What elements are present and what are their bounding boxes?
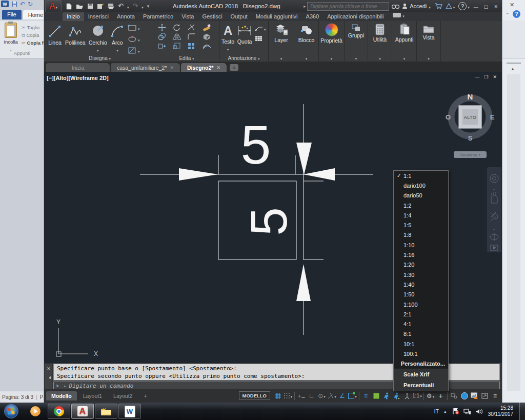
scale-option-dario50[interactable]: dario50	[394, 191, 448, 201]
ortho-button[interactable]: ∟	[307, 391, 316, 401]
a360-share-icon[interactable]	[446, 3, 452, 9]
acad-app-menu[interactable]: A	[45, 0, 62, 12]
erase-icon[interactable]	[202, 24, 211, 31]
word-close-icon[interactable]: ✕	[510, 2, 514, 8]
action-center-flag-icon[interactable]	[452, 408, 459, 415]
scale-option[interactable]: 10:1	[394, 339, 448, 349]
transparency-button[interactable]	[371, 391, 381, 401]
compass-e[interactable]: E	[490, 113, 495, 121]
rectangle-tool[interactable]	[128, 23, 140, 32]
cli-close-icon[interactable]	[47, 366, 51, 371]
polar-tracking-button[interactable]: ⊙	[317, 391, 327, 401]
window-minimize-icon[interactable]	[474, 2, 478, 11]
scale-option[interactable]: 1:8	[394, 230, 448, 240]
scale-option[interactable]: 1:30	[394, 270, 448, 279]
view-tool[interactable]: Vista	[417, 21, 440, 41]
close-tab-icon[interactable]	[170, 65, 174, 70]
caret-down-icon[interactable]	[429, 2, 431, 11]
scale-option[interactable]: 1:5	[394, 220, 448, 230]
scale-option[interactable]: 1:20	[394, 260, 448, 270]
percentages-option[interactable]: Percentuali	[394, 380, 448, 391]
window-maximize-icon[interactable]	[484, 2, 488, 11]
rotate-icon[interactable]	[172, 24, 181, 31]
arc-tool[interactable]: Arco	[110, 22, 125, 55]
word-file-tab[interactable]: File	[2, 10, 22, 19]
panel-label-layer[interactable]	[269, 55, 294, 61]
new-tab-button[interactable]: +	[230, 64, 238, 71]
object-snap-tracking-button[interactable]: ∠	[337, 391, 347, 401]
help-icon[interactable]: ?	[458, 2, 467, 10]
word-scrollbar[interactable]	[508, 74, 520, 391]
text-tool[interactable]: A Testo	[221, 22, 234, 52]
scale-option[interactable]: 1:100	[394, 299, 448, 309]
move-icon[interactable]	[157, 24, 167, 31]
word-redo-icon[interactable]: ↻	[28, 2, 33, 7]
lineweight-button[interactable]: ≡	[361, 391, 371, 401]
panel-label-edita[interactable]: Edita	[154, 55, 219, 61]
clean-screen-button[interactable]	[480, 391, 490, 401]
tray-expand-icon[interactable]: ▲	[443, 410, 447, 413]
word-save-icon[interactable]	[11, 1, 17, 7]
scale-option-custom[interactable]: Personalizzato...	[394, 359, 448, 369]
workspace-settings-button[interactable]: ⚙	[426, 391, 435, 401]
panel-label-blocco[interactable]	[294, 55, 318, 61]
save-icon[interactable]	[87, 3, 93, 9]
network-icon[interactable]	[463, 408, 471, 415]
utilities-tool[interactable]: Utilità	[368, 21, 392, 43]
panel-label-appunti[interactable]	[392, 55, 416, 61]
signin-label[interactable]: Accedi	[410, 3, 427, 9]
taskbar-autocad[interactable]: A	[71, 404, 94, 419]
tab-inizio[interactable]: Inizio	[63, 12, 84, 21]
save-as-icon[interactable]	[97, 3, 104, 9]
word-cut-button[interactable]: ✂ Taglia	[22, 24, 47, 31]
scale-option[interactable]: 1:50	[394, 290, 448, 299]
explode-icon[interactable]	[202, 33, 211, 41]
viewcube[interactable]: N E S O ALTO	[442, 89, 498, 145]
tab-annota[interactable]: Annota	[113, 12, 139, 21]
panel-label-disegna[interactable]: Disegna	[46, 55, 154, 61]
panel-label-proprieta[interactable]	[319, 55, 344, 61]
taskbar-word[interactable]: W	[118, 404, 141, 419]
search-expand-icon[interactable]: ▸	[304, 4, 306, 9]
isodraft-button[interactable]	[327, 391, 337, 401]
close-tab-icon[interactable]	[216, 65, 220, 70]
tab-applicazioni[interactable]: Applicazioni disponibili	[323, 12, 388, 21]
leader-tool[interactable]	[255, 24, 266, 33]
plot-icon[interactable]	[107, 3, 114, 9]
tab-moduli-aggiuntivi[interactable]: Moduli aggiuntivi	[252, 12, 302, 21]
scale-option[interactable]: 1:10	[394, 240, 448, 250]
layout-tab-add[interactable]: +	[138, 391, 152, 401]
tab-output[interactable]: Output	[227, 12, 252, 21]
block-tool[interactable]: Blocco	[294, 21, 318, 43]
volume-icon[interactable]	[475, 408, 483, 415]
snap-mode-button[interactable]	[283, 391, 293, 401]
taskbar-explorer[interactable]	[95, 404, 117, 419]
scale-option[interactable]: 4:1	[394, 319, 448, 329]
panel-label-vista[interactable]	[417, 55, 440, 61]
caret-down-icon[interactable]	[453, 2, 455, 11]
customization-menu-button[interactable]: ≡	[490, 391, 500, 401]
tab-gestisci[interactable]: Gestisci	[198, 12, 226, 21]
object-snap-button[interactable]	[348, 391, 357, 401]
annotation-visibility-button[interactable]	[381, 391, 391, 401]
search-input[interactable]	[307, 2, 389, 11]
graphics-performance-button[interactable]: !	[470, 391, 479, 401]
scale-option[interactable]: 1:40	[394, 279, 448, 289]
show-desktop-button[interactable]	[519, 403, 525, 420]
annotation-monitor-button[interactable]: +	[436, 391, 446, 401]
tab-inserisci[interactable]: Inserisci	[84, 12, 113, 21]
file-tab-disegno2[interactable]: Disegno2*	[181, 63, 227, 72]
taskbar-chrome[interactable]	[48, 404, 70, 419]
layout-tab-modello[interactable]: Modello	[46, 391, 77, 401]
file-tab-casa[interactable]: casa_unifamiliare_2*	[111, 63, 180, 72]
undo-icon[interactable]: ↶	[118, 4, 124, 9]
layout-tab-layout2[interactable]: Layout2	[108, 391, 137, 401]
polyline-tool[interactable]: Polilinea	[65, 22, 86, 55]
word-copy-button[interactable]: ⧉ Copia	[22, 31, 47, 39]
compass-o[interactable]: O	[446, 113, 451, 121]
dynamic-input-button[interactable]: +▁	[296, 391, 306, 401]
clipboard-tool[interactable]: Appunti	[392, 21, 416, 43]
new-file-icon[interactable]	[66, 3, 72, 10]
offset-icon[interactable]	[202, 42, 211, 50]
layout-tab-layout1[interactable]: Layout1	[78, 391, 107, 401]
